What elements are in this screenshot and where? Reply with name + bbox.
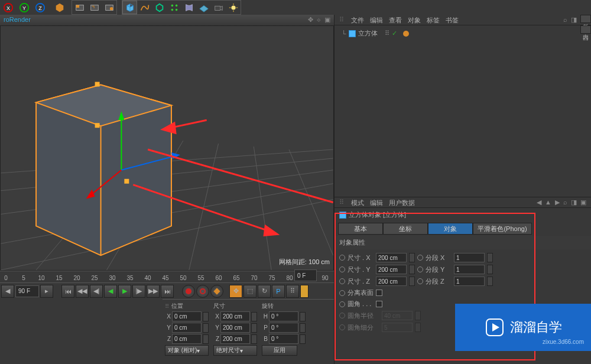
attr-search-icon[interactable]: ⌕ <box>563 199 567 206</box>
menu-object[interactable]: 对象 <box>408 16 421 24</box>
size-x-input[interactable] <box>220 311 250 321</box>
menu-bookmarks[interactable]: 书签 <box>446 16 459 24</box>
next-frame-button[interactable]: ▶▶ <box>147 285 160 298</box>
svg-point-16 <box>231 5 235 9</box>
pos-x-input[interactable] <box>172 311 202 321</box>
seg-z-field[interactable] <box>454 277 485 286</box>
side-tab-2[interactable]: 内容 <box>580 25 591 34</box>
cube-mode-button[interactable] <box>52 1 67 14</box>
viewport-header: roRender ✥ ⟐ ▣ <box>0 15 334 25</box>
attr-menu-edit[interactable]: 编辑 <box>370 199 383 206</box>
svg-point-11 <box>171 4 173 6</box>
prev-key-button[interactable]: ◀ <box>1 285 14 298</box>
viewport-title: roRender <box>4 16 31 24</box>
viewport-3d[interactable]: 网格间距: 100 cm <box>0 25 334 271</box>
nurbs-button[interactable] <box>152 1 167 14</box>
menu-edit[interactable]: 编辑 <box>370 16 383 24</box>
viewport-pan-icon[interactable]: ✥ <box>308 16 313 24</box>
array-button[interactable] <box>167 1 181 14</box>
size-z-field[interactable] <box>376 277 407 286</box>
menu-view[interactable]: 查看 <box>389 16 402 24</box>
axis-y-button[interactable]: Y <box>17 1 31 14</box>
play-button[interactable]: ▶ <box>118 285 131 298</box>
start-frame-input[interactable] <box>294 269 317 281</box>
menu-file[interactable]: 文件 <box>351 16 364 24</box>
svg-line-45 <box>148 150 333 203</box>
camera-button[interactable] <box>211 1 226 14</box>
tree-item-cube[interactable]: └ 立方体 ⠿ ✓ <box>337 28 589 39</box>
nav-up-icon[interactable]: ▲ <box>545 199 551 206</box>
pos-z-input[interactable] <box>172 334 202 344</box>
rot-b-input[interactable] <box>269 334 298 344</box>
keyframe-button[interactable] <box>210 285 223 298</box>
nav-back-icon[interactable]: ◀ <box>537 199 541 206</box>
axis-x-button[interactable]: X <box>1 1 15 14</box>
size-mode-combo[interactable]: 绝对尺寸 ▾ <box>213 345 257 356</box>
record-button[interactable] <box>182 285 195 298</box>
size-x-field[interactable] <box>376 253 407 262</box>
collapse-button[interactable]: ▸ <box>40 285 53 298</box>
attr-max-icon[interactable]: ▣ <box>580 199 586 206</box>
size-y-field[interactable] <box>376 265 407 274</box>
tab-basic[interactable]: 基本 <box>338 223 383 235</box>
grid-spacing-label: 网格间距: 100 cm <box>279 258 330 266</box>
svg-rect-41 <box>95 123 100 128</box>
strip-button[interactable] <box>300 285 309 298</box>
object-tree[interactable]: └ 立方体 ⠿ ✓ <box>335 25 591 197</box>
rot-h-input[interactable] <box>269 311 298 321</box>
tab-object[interactable]: 对象 <box>428 223 473 235</box>
light-button[interactable] <box>226 1 241 14</box>
timeline-ruler[interactable]: 051015202530354045505560657075808590 <box>0 271 334 282</box>
primitive-cube-button[interactable] <box>122 1 137 14</box>
nav-fwd-icon[interactable]: ▶ <box>555 199 560 206</box>
panel-menu-icon[interactable]: ◨ <box>571 16 577 24</box>
deformer-button[interactable] <box>181 1 196 14</box>
separate-surface-checkbox[interactable] <box>376 290 382 296</box>
side-tab-1[interactable]: 对象 <box>580 15 591 23</box>
goto-end-button[interactable]: ⏭ <box>161 285 174 298</box>
rot-p-input[interactable] <box>269 323 298 333</box>
attr-layout-icon[interactable]: ◨ <box>571 199 577 206</box>
spline-button[interactable] <box>137 1 152 14</box>
menu-tags[interactable]: 标签 <box>427 16 440 24</box>
point-anim-button[interactable]: ⠿ <box>286 285 299 298</box>
search-icon[interactable]: ⌕ <box>563 16 567 24</box>
move-key-button[interactable]: ✥ <box>229 285 242 298</box>
render-region-button[interactable] <box>87 1 102 14</box>
viewport-max-icon[interactable]: ▣ <box>324 16 330 24</box>
param-key-button[interactable]: P <box>272 285 285 298</box>
scale-key-button[interactable]: ⬚ <box>243 285 256 298</box>
render-settings-button[interactable] <box>102 1 116 14</box>
phong-tag-icon[interactable] <box>403 31 409 37</box>
step-back-button[interactable]: ◀| <box>90 285 103 298</box>
prev-frame-button[interactable]: ◀◀ <box>76 285 89 298</box>
cube-icon <box>349 30 356 37</box>
goto-start-button[interactable]: ⏮ <box>61 285 74 298</box>
fillet-checkbox[interactable] <box>376 301 382 307</box>
size-y-input[interactable] <box>220 323 250 333</box>
rotate-key-button[interactable]: ↻ <box>258 285 271 298</box>
svg-point-13 <box>171 8 173 11</box>
tab-coord[interactable]: 坐标 <box>383 223 428 235</box>
seg-x-field[interactable] <box>454 253 485 262</box>
end-frame-input[interactable] <box>15 285 39 297</box>
tab-phong[interactable]: 平滑着色(Phong) <box>473 223 532 235</box>
apply-button[interactable]: 应用 <box>262 345 297 356</box>
svg-text:X: X <box>6 5 9 11</box>
play-back-button[interactable]: ◀ <box>104 285 117 298</box>
axis-z-button[interactable]: Z <box>33 1 47 14</box>
seg-y-field[interactable] <box>454 265 485 274</box>
autokey-button[interactable] <box>196 285 209 298</box>
step-fwd-button[interactable]: |▶ <box>132 285 145 298</box>
floor-button[interactable] <box>196 1 211 14</box>
obj-mode-combo[interactable]: 对象 (相对) ▾ <box>165 345 209 356</box>
size-header: 尺寸 <box>213 302 225 310</box>
attr-menu-userdata[interactable]: 用户数据 <box>389 199 415 206</box>
svg-point-10 <box>109 7 112 10</box>
tree-item-label: 立方体 <box>358 29 378 38</box>
size-z-input[interactable] <box>220 334 250 344</box>
pos-y-input[interactable] <box>172 323 202 333</box>
viewport-zoom-icon[interactable]: ⟐ <box>317 16 321 24</box>
render-button[interactable] <box>72 1 87 14</box>
attr-menu-mode[interactable]: 模式 <box>351 199 364 206</box>
